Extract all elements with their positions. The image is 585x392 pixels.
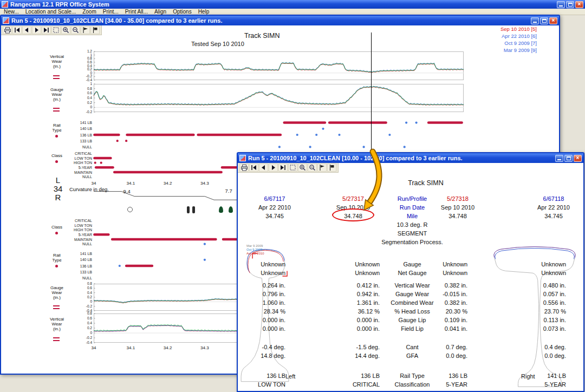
svg-text:0.8: 0.8 <box>87 282 92 285</box>
prev-icon[interactable] <box>259 164 268 172</box>
menu-location-and-scale[interactable]: Location and Scale... <box>23 9 79 15</box>
svg-text:NULL: NULL <box>82 175 92 179</box>
x-tick-label: 34.3 <box>200 345 209 350</box>
app-icon <box>2 1 8 8</box>
measurement-value: 0.109 in. <box>408 316 467 324</box>
maximize-button[interactable] <box>540 17 548 24</box>
svg-text:MAINTAIN: MAINTAIN <box>74 171 92 174</box>
run-id: 5/27318 <box>425 194 490 203</box>
svg-text:NULL: NULL <box>82 276 92 280</box>
svg-text:0.8: 0.8 <box>87 87 92 90</box>
print-icon[interactable] <box>3 26 12 34</box>
zoom-in-icon[interactable] <box>298 164 307 172</box>
menu-options[interactable]: Options <box>170 9 194 15</box>
barrel-marker-icon <box>187 206 190 213</box>
measurement-value: 0.382 in. <box>408 299 467 306</box>
run-mile: 34.748 <box>425 212 490 220</box>
close-button[interactable]: × <box>575 1 583 8</box>
caption-buttons: × <box>557 1 583 8</box>
measurement-value: 0.041 in. <box>408 325 467 332</box>
maximize-button[interactable] <box>566 1 574 8</box>
maximize-icon <box>567 156 571 160</box>
axis-label-gauge-wear-top: Gauge Wear (in.) <box>43 87 70 102</box>
maximize-button[interactable] <box>564 155 573 162</box>
run-date: Apr 22 2010 <box>242 203 307 212</box>
svg-text:NULL: NULL <box>82 145 92 149</box>
marker-flag-icon[interactable] <box>90 26 100 34</box>
first-icon[interactable] <box>249 164 258 172</box>
measurement-value: -0.4 deg. <box>238 343 285 351</box>
menu-help[interactable]: Help <box>196 9 212 15</box>
x-tick-label: 34.2 <box>164 181 172 186</box>
measurement-value: 0.057 in. <box>506 290 566 298</box>
menu-print-all[interactable]: Print All... <box>122 9 151 15</box>
drop-marker-icon <box>219 206 223 213</box>
flag-icon[interactable] <box>317 164 327 172</box>
measurement-value: 20.30 % <box>408 308 467 315</box>
axis-label-rail-type-top: Rail Type <box>43 123 70 133</box>
first-icon[interactable] <box>12 26 22 34</box>
svg-text:140 LB: 140 LB <box>80 258 93 262</box>
wear-legend-dashes <box>53 337 60 343</box>
measurement-value: 0.000 in. <box>238 325 285 332</box>
measurement-value: 0.480 in. <box>506 282 566 289</box>
menu-zoom[interactable]: Zoom <box>80 9 99 15</box>
select-icon[interactable] <box>288 164 297 172</box>
menu-new[interactable]: New... <box>1 9 22 15</box>
runs-legend: Sep 10 2010 [5]Apr 22 2010 [6]Oct 9 2009… <box>500 25 537 54</box>
measurement-value: 0.796 in. <box>238 290 285 298</box>
svg-text:140 LB: 140 LB <box>80 127 93 130</box>
measurement-value: 0.073 in. <box>506 325 566 332</box>
window1-titlebar[interactable]: Run 5 - 20100910_10_102CLEAN [34.00 - 35… <box>1 16 559 25</box>
run-detail-window[interactable]: Run 5 - 20100910_10_102CLEAN [10.00 - 10… <box>237 152 584 392</box>
svg-text:5-YEAR: 5-YEAR <box>79 233 92 237</box>
wear-legend-dashes <box>53 108 60 113</box>
measurement-value: 36.12 % <box>320 308 380 315</box>
svg-text:0.6: 0.6 <box>87 316 92 320</box>
measurement-value: -1.5 deg. <box>320 343 380 351</box>
svg-text:0.4: 0.4 <box>87 96 92 100</box>
close-button[interactable]: × <box>574 155 582 162</box>
legend-item: Oct 9 2009 [7] <box>500 40 537 47</box>
measurement-value: Unknown <box>408 269 467 277</box>
segmentation-label: Segmentation Process. <box>380 238 445 246</box>
close-button[interactable]: × <box>549 17 557 24</box>
last-icon[interactable] <box>42 26 51 34</box>
last-icon[interactable] <box>278 164 288 172</box>
wear-legend-dashes <box>53 305 60 311</box>
segment-label: SEGMENT <box>380 229 445 238</box>
measurement-value: Unknown <box>238 269 285 277</box>
location-cursor-line[interactable] <box>371 32 372 161</box>
zoom-in-icon[interactable] <box>61 26 70 34</box>
measurement-value: 0.556 in. <box>506 299 566 306</box>
run-date: Apr 22 2010 <box>521 203 583 212</box>
marker-flag-icon[interactable] <box>327 164 336 172</box>
minimize-button[interactable] <box>557 1 565 8</box>
next-icon[interactable] <box>269 164 278 172</box>
svg-text:0: 0 <box>90 331 92 335</box>
prev-icon[interactable] <box>22 26 31 34</box>
flag-icon[interactable] <box>81 26 90 34</box>
x-tick-label: 34.1 <box>127 345 135 350</box>
track-title: Track SIMN <box>391 179 461 187</box>
zoom-out-icon[interactable] <box>308 164 317 172</box>
print-icon[interactable] <box>239 164 249 172</box>
svg-text:136 LB: 136 LB <box>80 264 93 268</box>
menu-align[interactable]: Align <box>152 9 169 15</box>
left-rail-label: Left <box>285 373 295 380</box>
minimize-button[interactable] <box>531 17 539 24</box>
run-id: 5/27317 <box>318 194 388 203</box>
chart-subtitle: Tested Sep 10 2010 <box>191 41 244 47</box>
header-col-1: 6/67117 Apr 22 2010 34.745 <box>242 194 307 220</box>
highlight-ellipse <box>332 208 374 221</box>
window2-titlebar[interactable]: Run 5 - 20100910_10_102CLEAN [10.00 - 10… <box>238 153 583 163</box>
svg-text:0: 0 <box>90 299 92 303</box>
run-date: Sep 10 2010 <box>425 203 490 212</box>
next-icon[interactable] <box>32 26 41 34</box>
menu-print[interactable]: Print... <box>100 9 121 15</box>
minimize-button[interactable] <box>555 155 563 162</box>
measurement-value: Unknown <box>408 260 467 268</box>
zoom-out-icon[interactable] <box>71 26 80 34</box>
chart-title: Track SIMN <box>244 32 280 40</box>
select-icon[interactable] <box>51 26 61 34</box>
